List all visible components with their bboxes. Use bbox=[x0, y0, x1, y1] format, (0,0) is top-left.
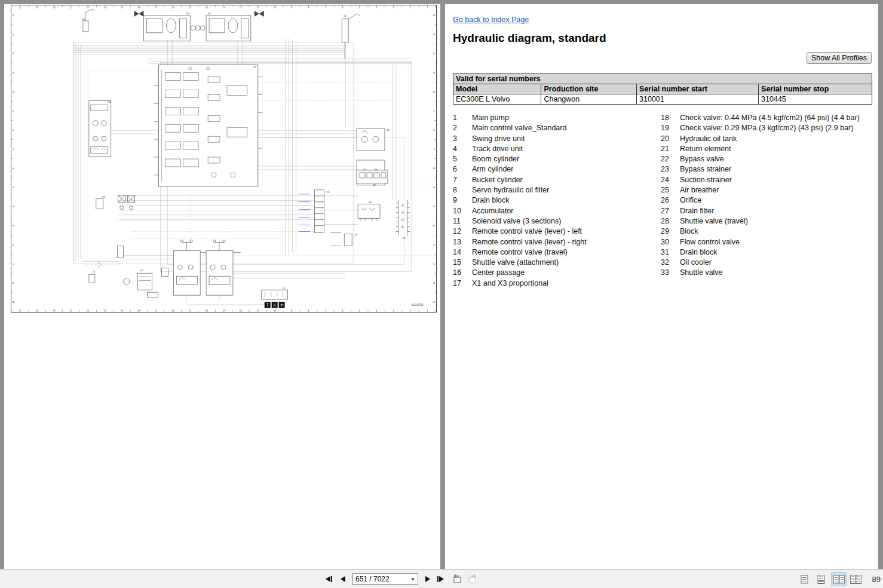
svg-text:15: 15 bbox=[188, 309, 191, 312]
parts-list-item: 12Remote control valve (lever) - left bbox=[453, 226, 661, 237]
part-label: Arm cylinder bbox=[472, 164, 661, 174]
next-page-button[interactable] bbox=[422, 572, 434, 586]
last-page-button[interactable] bbox=[435, 572, 447, 586]
svg-text:8: 8 bbox=[308, 6, 309, 9]
parts-list-item: 8Servo hydraulic oil filter bbox=[453, 185, 661, 195]
svg-text:19: 19 bbox=[121, 309, 124, 312]
svg-text:17: 17 bbox=[155, 309, 158, 312]
svg-text:K: K bbox=[13, 128, 14, 131]
col-header-production-site: Production site bbox=[541, 84, 637, 94]
svg-text:8: 8 bbox=[308, 309, 309, 312]
continuous-view-button[interactable] bbox=[814, 572, 828, 586]
svg-text:29: 29 bbox=[403, 237, 406, 240]
svg-text:2: 2 bbox=[410, 309, 412, 312]
part-number: 8 bbox=[453, 185, 472, 195]
svg-text:M: M bbox=[433, 90, 435, 93]
main-control-valve bbox=[154, 65, 262, 186]
col-header-serial-stop: Serial number stop bbox=[759, 84, 872, 94]
part-label: Remote control valve (lever) - left bbox=[472, 226, 661, 237]
two-page-view-button[interactable] bbox=[832, 572, 846, 586]
part-label: Orifice bbox=[680, 195, 876, 206]
diagram-pane: 2524232221201918171615141312111098765432… bbox=[4, 4, 440, 569]
svg-text:B: B bbox=[433, 281, 435, 284]
part-label: Bypass strainer bbox=[680, 164, 876, 174]
svg-text:24: 24 bbox=[36, 6, 39, 9]
svg-text:7: 7 bbox=[325, 309, 327, 312]
svg-text:5: 5 bbox=[359, 309, 361, 312]
svg-text:A: A bbox=[433, 301, 435, 304]
back-to-index-link[interactable]: Go back to Index Page bbox=[453, 16, 529, 24]
parts-list-item: 21Return element bbox=[661, 144, 876, 154]
page-title: Hydraulic diagram, standard bbox=[453, 32, 606, 45]
part-number: 5 bbox=[453, 154, 472, 164]
parts-list-item: 24Suction strainer bbox=[661, 175, 876, 185]
viewer-toolbar: 651 / 7022 ▼ bbox=[0, 569, 883, 588]
parts-list-item: 3Swing drive unit bbox=[453, 134, 661, 144]
part-number: 20 bbox=[661, 134, 680, 144]
svg-text:Q: Q bbox=[13, 33, 14, 36]
svg-text:27: 27 bbox=[93, 270, 96, 273]
next-page-icon bbox=[425, 575, 431, 583]
part-number: 12 bbox=[453, 226, 472, 237]
first-page-button[interactable] bbox=[323, 572, 335, 586]
hydraulic-schematic: 2524232221201918171615141312111098765432… bbox=[11, 5, 436, 312]
svg-text:B: B bbox=[13, 281, 14, 284]
travel-valve bbox=[358, 204, 380, 221]
part-label: Servo hydraulic oil filter bbox=[472, 185, 661, 195]
svg-text:H: H bbox=[433, 167, 435, 170]
part-number: 24 bbox=[661, 175, 680, 185]
part-label: Shuttle valve bbox=[680, 268, 876, 278]
page-number-combobox[interactable]: 651 / 7022 ▼ bbox=[352, 573, 418, 585]
parts-column-right: 18Check valve: 0.44 MPa (4.5 kgf/cm2) (6… bbox=[661, 113, 876, 278]
svg-text:R: R bbox=[433, 14, 435, 17]
hydraulic-schematic-page[interactable]: 2524232221201918171615141312111098765432… bbox=[11, 5, 437, 313]
continuous-view-icon bbox=[817, 575, 825, 584]
svg-text:14: 14 bbox=[369, 201, 372, 204]
cell-serial-stop: 310445 bbox=[759, 94, 872, 105]
previous-view-button[interactable] bbox=[451, 572, 463, 586]
svg-text:C: C bbox=[13, 262, 14, 265]
part-label: Drain block bbox=[680, 247, 876, 258]
two-page-continuous-view-button[interactable] bbox=[848, 572, 863, 586]
col-header-serial-start: Serial number start bbox=[637, 84, 759, 94]
part-label: Center passage bbox=[472, 268, 661, 278]
svg-text:E: E bbox=[433, 224, 435, 227]
show-all-profiles-button[interactable]: Show All Profiles bbox=[807, 52, 872, 64]
parts-list-item: 9Drain block bbox=[453, 195, 661, 206]
part-number: 18 bbox=[661, 113, 680, 123]
parts-list-item: 23Bypass strainer bbox=[661, 164, 876, 174]
table-caption: Valid for serial numbers bbox=[453, 74, 872, 84]
svg-text:02: 02 bbox=[253, 65, 256, 68]
svg-text:11: 11 bbox=[256, 309, 259, 312]
pictogram-squares bbox=[262, 290, 288, 308]
svg-text:10: 10 bbox=[273, 309, 276, 312]
part-number: 13 bbox=[453, 237, 472, 247]
next-view-icon bbox=[467, 574, 478, 584]
pdf-viewer-window: { "right_pane": { "back_link": "Go back … bbox=[0, 0, 883, 588]
svg-text:6: 6 bbox=[342, 309, 344, 312]
part-number: 4 bbox=[453, 144, 472, 154]
svg-text:14: 14 bbox=[206, 6, 209, 9]
svg-text:12: 12 bbox=[240, 309, 243, 312]
svg-text:25: 25 bbox=[19, 6, 22, 9]
cell-production-site: Changwon bbox=[541, 94, 637, 105]
part-label: Remote control valve (lever) - right bbox=[472, 237, 661, 247]
svg-text:23: 23 bbox=[53, 309, 56, 312]
part-label: Main control valve_Standard bbox=[472, 123, 661, 133]
parts-list-item: 1Main pump bbox=[453, 113, 661, 123]
previous-view-icon bbox=[452, 574, 462, 584]
block-29 bbox=[396, 200, 410, 236]
parts-list-item: 15Shuttle valve (attachment) bbox=[453, 258, 661, 268]
part-number: 25 bbox=[661, 185, 680, 195]
previous-page-button[interactable] bbox=[337, 572, 349, 586]
servo-unit bbox=[89, 100, 111, 157]
part-label: Return element bbox=[680, 144, 876, 154]
svg-text:4: 4 bbox=[376, 309, 378, 312]
svg-text:P: P bbox=[13, 52, 14, 55]
svg-text:24: 24 bbox=[36, 309, 39, 312]
parts-list-item: 18Check valve: 0.44 MPa (4.5 kgf/cm2) (6… bbox=[661, 113, 876, 123]
table-row: EC300E L Volvo Changwon 310001 310445 bbox=[453, 94, 872, 105]
serial-numbers-table: Valid for serial numbers Model Productio… bbox=[453, 74, 872, 105]
single-page-view-button[interactable] bbox=[797, 572, 811, 586]
part-label: Boom cylinder bbox=[472, 154, 661, 164]
